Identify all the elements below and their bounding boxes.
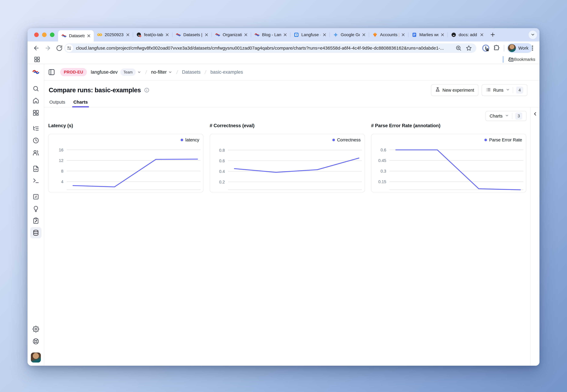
button-divider [512,113,512,119]
sidebar-toggle-icon[interactable] [48,69,55,76]
info-icon[interactable] [144,88,149,93]
breadcrumb-dataset-name[interactable]: basic-examples [211,70,243,75]
address-bar[interactable]: cloud.langfuse.com/project/cmfwgv8fx002o… [64,43,476,53]
page-header: Compare runs: basic-examples New experim… [44,81,539,97]
extensions-puzzle-icon[interactable] [493,45,500,52]
collapse-panel-icon[interactable] [532,111,539,117]
back-button[interactable] [33,45,40,51]
chevron-down-icon [505,113,509,119]
series-line [234,158,359,172]
browser-tab[interactable]: Datasets | L [172,28,212,42]
tab-search-button[interactable] [529,30,537,39]
tab-close-icon[interactable] [440,32,445,37]
tab-close-icon[interactable] [243,32,248,37]
user-avatar[interactable] [31,352,41,363]
tab-outputs[interactable]: Outputs [49,99,65,105]
site-info-icon[interactable] [65,44,73,52]
zoom-icon[interactable] [455,45,462,51]
breadcrumb: PROD-EU langfuse-dev Team / no-filter / … [44,64,539,81]
browser-tab[interactable]: Accounts | [369,28,408,42]
new-experiment-button[interactable]: New experiment [431,84,479,96]
users-icon [32,149,39,156]
tab-close-icon[interactable] [480,32,484,37]
charts-dropdown-button[interactable]: Charts 3 [485,111,526,121]
y-axis-tick: 0.2 [219,180,225,184]
runs-dropdown-button[interactable]: Runs 4 [482,84,527,96]
list-icon [486,87,491,93]
sidebar-item-insights[interactable] [30,203,42,214]
tab-close-icon[interactable] [362,32,366,37]
browser-tab[interactable]: Organizatio [212,28,251,42]
url-text[interactable]: cloud.langfuse.com/project/cmfwgv8fx002o… [76,43,452,53]
chevron-down-icon[interactable] [168,70,172,74]
breadcrumb-datasets-link[interactable]: Datasets [182,70,200,75]
browser-tab[interactable]: Datasets | La [58,30,94,42]
browser-tab[interactable]: Blog - Lang [251,28,290,42]
runs-count-badge: 4 [516,87,523,94]
chart-title: # Correctness (eval) [210,123,365,129]
all-bookmarks-button[interactable]: All Bookmarks [508,55,535,64]
forward-button[interactable] [44,45,51,51]
tab-charts[interactable]: Charts [73,99,88,105]
sidebar-item-support[interactable] [30,336,42,347]
doc-blue-favicon [412,32,417,37]
new-experiment-label: New experiment [442,88,474,93]
tab-close-icon[interactable] [401,32,405,37]
sidebar-item-dashboards[interactable] [30,107,42,118]
chart-card: 0.20.40.60.8 Correctness [210,134,365,193]
github-favicon [451,32,456,37]
org-name[interactable]: langfuse-dev [91,70,118,75]
bookmark-item[interactable] [503,56,504,63]
y-axis-tick: 12 [59,158,63,163]
sidebar-item-users[interactable] [30,147,42,158]
new-tab-button[interactable] [489,31,496,38]
sidebar-item-playground[interactable] [30,175,42,186]
tab-close-icon[interactable] [283,32,287,37]
maximize-window-button[interactable] [50,32,55,37]
tab-close-icon[interactable] [86,34,91,38]
charts-count-badge: 3 [515,112,522,119]
sidebar-item-datasets[interactable] [30,227,42,238]
password-extension-icon[interactable] [482,44,490,52]
dashboards-icon [32,110,39,116]
tab-close-icon[interactable] [126,32,130,37]
browser-menu-icon[interactable] [529,45,536,51]
sidebar-item-sessions[interactable] [30,135,42,146]
sidebar-item-home[interactable] [30,95,42,106]
sidebar-item-settings[interactable] [30,323,42,335]
project-name[interactable]: no-filter [151,70,167,75]
chevron-down-icon[interactable] [137,70,141,74]
svg-text:6: 6 [296,34,297,36]
chart-latency: Latency (s) 481216 latency [48,123,203,193]
browser-tab[interactable]: feat(io-tab [133,28,172,42]
minimize-window-button[interactable] [42,32,47,37]
browser-tab[interactable]: 20250923 [94,28,133,42]
chart-legend: latency [181,138,199,142]
sidebar-item-evaluators[interactable] [30,191,42,202]
browser-tab[interactable]: 6Langfuse - [290,28,329,42]
close-window-button[interactable] [34,32,39,37]
reload-button[interactable] [56,45,63,51]
apps-grid-icon[interactable] [34,56,40,63]
bookmark-star-icon[interactable] [466,45,472,51]
browser-tab[interactable]: Google Gem [330,28,369,42]
tab-close-icon[interactable] [204,32,209,37]
browser-tab[interactable]: docs: add [448,28,487,42]
browser-toolbar: cloud.langfuse.com/project/cmfwgv8fx002o… [28,42,539,55]
tab-close-icon[interactable] [165,32,170,37]
tab-title: Accounts | [380,32,399,37]
y-axis-tick: 0.8 [219,148,225,153]
calendar-6-favicon: 6 [294,32,299,37]
sidebar-item-prompts[interactable] [30,163,42,174]
tab-title: Marlies we [419,32,439,37]
sidebar-item-search[interactable] [30,83,42,94]
langfuse-logo-icon[interactable] [32,68,40,76]
sidebar-item-annotation-queues[interactable] [30,215,42,226]
browser-tab[interactable]: Marlies we [409,28,448,42]
y-axis-tick: 0.6 [381,148,386,152]
desktop-background: Datasets | La20250923feat(io-tabDatasets… [0,0,567,392]
tab-close-icon[interactable] [322,32,327,37]
profile-chip[interactable]: Work [507,43,532,53]
sidebar-item-tracing[interactable] [30,123,42,134]
chart-card: 0.150.30.450.6 Parse Error Rate [371,134,526,193]
